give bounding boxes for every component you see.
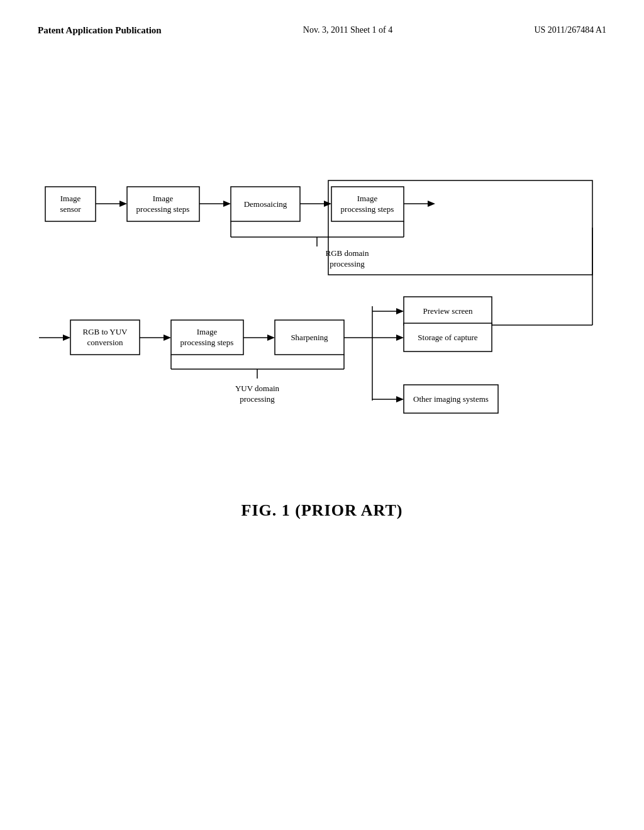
publication-number: US 2011/267484 A1 xyxy=(534,25,606,35)
svg-text:Image: Image xyxy=(153,194,174,203)
svg-text:Image: Image xyxy=(197,327,218,336)
svg-marker-12 xyxy=(324,201,331,207)
svg-text:processing: processing xyxy=(240,394,275,404)
page: Patent Application Publication Nov. 3, 2… xyxy=(0,0,644,830)
svg-marker-54 xyxy=(396,396,404,402)
svg-text:conversion: conversion xyxy=(87,338,123,347)
preview-screen-label: Preview screen xyxy=(423,306,473,316)
svg-marker-32 xyxy=(164,335,171,341)
rgb-domain-label: RGB domain xyxy=(326,248,369,258)
publication-date: Nov. 3, 2011 Sheet 1 of 4 xyxy=(303,25,392,35)
other-imaging-label: Other imaging systems xyxy=(413,394,489,404)
svg-text:Demosaicing: Demosaicing xyxy=(244,199,287,209)
storage-capture-label: Storage of capture xyxy=(418,333,478,342)
svg-marker-3 xyxy=(119,201,127,207)
page-header: Patent Application Publication Nov. 3, 2… xyxy=(38,25,606,36)
svg-marker-17 xyxy=(428,201,435,207)
publication-label: Patent Application Publication xyxy=(38,25,162,36)
svg-marker-51 xyxy=(396,335,404,341)
svg-marker-27 xyxy=(63,335,70,341)
svg-text:RGB to YUV: RGB to YUV xyxy=(82,327,128,336)
yuv-domain-label: YUV domain xyxy=(235,384,280,393)
svg-text:processing steps: processing steps xyxy=(136,204,190,214)
svg-text:Image: Image xyxy=(357,194,378,203)
svg-text:processing: processing xyxy=(330,259,365,268)
image-sensor-label: Image xyxy=(60,194,81,203)
svg-marker-37 xyxy=(267,335,275,341)
diagram-svg: Image sensor Image processing steps Demo… xyxy=(39,174,605,463)
svg-text:sensor: sensor xyxy=(60,204,81,214)
svg-marker-8 xyxy=(223,201,231,207)
svg-text:processing steps: processing steps xyxy=(180,338,234,347)
svg-text:processing steps: processing steps xyxy=(341,204,394,214)
diagram-area: Image sensor Image processing steps Demo… xyxy=(38,174,606,463)
figure-caption: FIG. 1 (PRIOR ART) xyxy=(38,501,606,520)
svg-text:Sharpening: Sharpening xyxy=(291,333,328,342)
svg-marker-48 xyxy=(396,308,404,314)
